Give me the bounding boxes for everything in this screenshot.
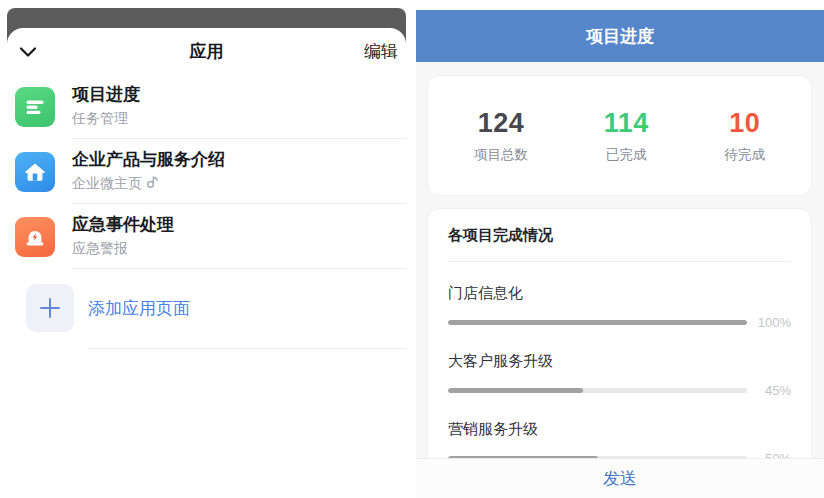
progress-fill <box>448 320 747 325</box>
app-item-subtitle: 任务管理 <box>72 109 406 128</box>
preview-body[interactable]: 124 项目总数 114 已完成 10 待完成 各项目完成情况 门店信息化 <box>416 62 824 458</box>
progress-track <box>448 320 747 325</box>
stat-label: 项目总数 <box>474 146 528 164</box>
project-progress-preview-panel: 项目进度 124 项目总数 114 已完成 10 待完成 各项目完成情况 <box>416 0 824 498</box>
edit-button[interactable]: 编辑 <box>364 40 398 63</box>
stat-pending: 10 待完成 <box>725 108 766 164</box>
stat-total-projects: 124 项目总数 <box>474 108 528 164</box>
app-manager-sheet-panel: 应用 编辑 项目进度 任务管理 <box>0 0 406 498</box>
app-root: 应用 编辑 项目进度 任务管理 <box>0 0 824 498</box>
progress-track <box>448 388 747 393</box>
stat-value: 114 <box>604 108 649 139</box>
plus-icon <box>26 284 74 332</box>
app-item-subtitle: 企业微主页 <box>72 174 406 194</box>
progress-percent: 45% <box>747 383 791 398</box>
send-button[interactable]: 发送 <box>603 467 637 490</box>
app-list-item-project-progress[interactable]: 项目进度 任务管理 <box>15 74 406 139</box>
bottom-sheet: 应用 编辑 项目进度 任务管理 <box>7 28 406 498</box>
app-item-body: 企业产品与服务介绍 企业微主页 <box>72 139 406 204</box>
progress-bar-row: 45% <box>448 383 791 398</box>
stat-label: 待完成 <box>725 146 766 164</box>
progress-name: 大客户服务升级 <box>448 352 791 371</box>
app-item-title: 项目进度 <box>72 84 406 106</box>
sheet-title: 应用 <box>7 40 406 63</box>
stat-value: 10 <box>725 108 766 139</box>
progress-bar-row: 100% <box>448 315 791 330</box>
task-list-icon <box>15 87 55 127</box>
progress-bar-row: 50% <box>448 451 791 458</box>
stats-summary-card: 124 项目总数 114 已完成 10 待完成 <box>427 75 812 196</box>
preview-footer: 发送 <box>416 458 824 498</box>
app-item-subtitle: 应急警报 <box>72 239 406 258</box>
app-item-body: 应急事件处理 应急警报 <box>72 204 406 269</box>
app-item-body: 项目进度 任务管理 <box>72 74 406 139</box>
completion-card-title: 各项目完成情况 <box>448 226 791 245</box>
progress-item-marketing-upgrade: 营销服务升级 50% <box>448 420 791 458</box>
home-icon <box>15 152 55 192</box>
add-app-page-button[interactable]: 添加应用页面 <box>7 279 406 337</box>
divider <box>88 337 406 349</box>
progress-percent: 100% <box>747 315 791 330</box>
app-list-item-emergency[interactable]: 应急事件处理 应急警报 <box>15 204 406 269</box>
app-list: 项目进度 任务管理 企业产品与服务介绍 <box>7 74 406 269</box>
stat-value: 124 <box>474 108 528 139</box>
preview-title: 项目进度 <box>586 25 654 48</box>
stat-label: 已完成 <box>604 146 649 164</box>
add-app-page-label: 添加应用页面 <box>88 297 190 320</box>
preview-header: 项目进度 <box>416 10 824 62</box>
app-item-title: 企业产品与服务介绍 <box>72 149 406 171</box>
app-item-title: 应急事件处理 <box>72 214 406 236</box>
progress-name: 营销服务升级 <box>448 420 791 439</box>
progress-name: 门店信息化 <box>448 284 791 303</box>
progress-fill <box>448 388 583 393</box>
stat-completed: 114 已完成 <box>604 108 649 164</box>
app-list-item-company-intro[interactable]: 企业产品与服务介绍 企业微主页 <box>15 139 406 204</box>
progress-item-store-informatization: 门店信息化 100% <box>448 284 791 330</box>
siren-icon <box>15 217 55 257</box>
progress-item-key-account-upgrade: 大客户服务升级 45% <box>448 352 791 398</box>
link-note-icon <box>144 174 159 194</box>
divider <box>448 261 791 262</box>
progress-percent: 50% <box>747 451 791 458</box>
project-completion-card: 各项目完成情况 门店信息化 100% 大客户服务升级 <box>427 208 812 458</box>
sheet-header: 应用 编辑 <box>7 28 406 74</box>
